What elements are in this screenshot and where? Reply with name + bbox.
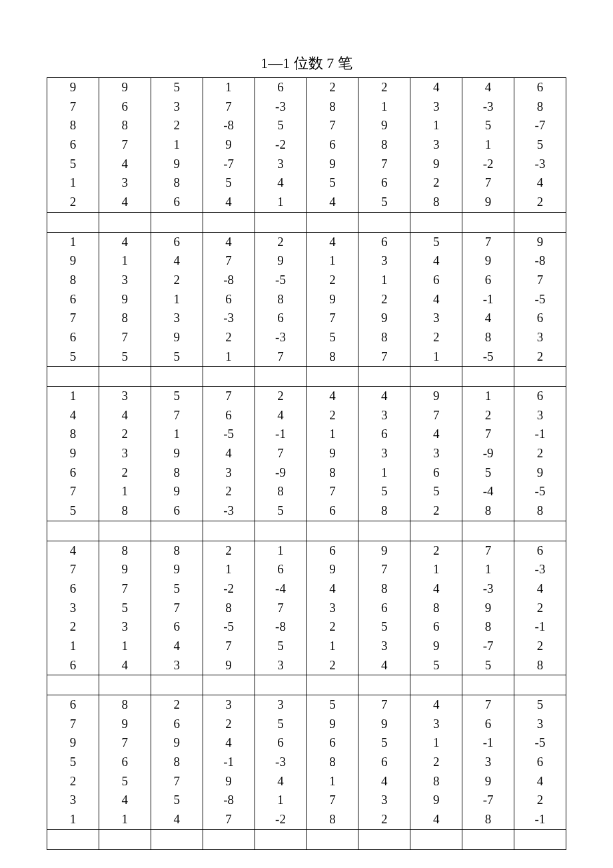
table-cell: 5 — [358, 617, 410, 637]
table-cell: 6 — [358, 753, 410, 772]
worksheet-table: 99516224467637-3813-38882-857915-76719-2… — [47, 77, 566, 850]
table-cell: 2 — [306, 406, 358, 425]
table-cell: 1 — [47, 810, 99, 829]
table-cell: 8 — [514, 501, 566, 521]
table-cell: -5 — [514, 733, 566, 753]
spacer-cell — [462, 829, 514, 849]
table-cell: -9 — [462, 444, 514, 463]
spacer-cell — [151, 675, 203, 695]
table-cell: 4 — [410, 290, 462, 309]
table-cell: 1 — [203, 347, 255, 367]
table-cell: 5 — [306, 695, 358, 715]
table-cell: 8 — [462, 617, 514, 637]
table-cell: 3 — [462, 753, 514, 772]
table-cell: 4 — [358, 772, 410, 791]
table-cell: 4 — [151, 251, 203, 271]
table-cell: 6 — [47, 656, 99, 675]
table-cell: 9 — [410, 387, 462, 406]
table-cell: 9 — [255, 251, 306, 271]
table-cell: 5 — [358, 193, 410, 212]
table-cell: 7 — [151, 772, 203, 791]
table-cell: 9 — [462, 772, 514, 791]
table-cell: 1 — [410, 347, 462, 367]
table-cell: 3 — [255, 656, 306, 675]
spacer-cell — [47, 212, 99, 232]
table-cell: 4 — [99, 155, 151, 174]
spacer-cell — [514, 212, 566, 232]
table-cell: 4 — [462, 309, 514, 328]
table-cell: 3 — [358, 406, 410, 425]
spacer-cell — [99, 212, 151, 232]
table-cell: 3 — [514, 328, 566, 347]
table-cell: 6 — [47, 328, 99, 347]
table-cell: 4 — [462, 78, 514, 97]
table-cell: 5 — [255, 501, 306, 521]
table-cell: 3 — [255, 695, 306, 715]
table-cell: 6 — [514, 753, 566, 772]
table-cell: 8 — [462, 810, 514, 829]
table-cell: 5 — [47, 155, 99, 174]
table-cell: 3 — [410, 309, 462, 328]
table-cell: 3 — [306, 599, 358, 618]
table-cell: 8 — [306, 97, 358, 117]
table-cell: 7 — [462, 232, 514, 251]
table-cell: 3 — [514, 406, 566, 425]
table-cell: 9 — [358, 116, 410, 135]
table-cell: 5 — [514, 135, 566, 155]
spacer-cell — [462, 367, 514, 387]
table-cell: 1 — [358, 271, 410, 290]
table-cell: -5 — [514, 482, 566, 501]
table-cell: -1 — [462, 290, 514, 309]
table-cell: 5 — [47, 347, 99, 367]
table-cell: 9 — [358, 715, 410, 734]
table-cell: 9 — [203, 656, 255, 675]
table-cell: 2 — [47, 617, 99, 637]
table-cell: 8 — [358, 501, 410, 521]
table-cell: 6 — [306, 733, 358, 753]
table-cell: 1 — [462, 560, 514, 579]
table-cell: 6 — [306, 541, 358, 560]
table-cell: -2 — [203, 579, 255, 599]
table-cell: -1 — [255, 425, 306, 444]
table-cell: 6 — [462, 271, 514, 290]
table-cell: 9 — [151, 482, 203, 501]
table-cell: -3 — [514, 560, 566, 579]
spacer-cell — [410, 521, 462, 541]
spacer-cell — [99, 675, 151, 695]
table-cell: 8 — [47, 116, 99, 135]
table-cell: -8 — [203, 116, 255, 135]
spacer-cell — [410, 829, 462, 849]
table-cell: 7 — [410, 406, 462, 425]
table-cell: 4 — [203, 444, 255, 463]
table-cell: 5 — [255, 116, 306, 135]
table-cell: 1 — [255, 791, 306, 810]
table-cell: 3 — [203, 695, 255, 715]
table-cell: 6 — [47, 135, 99, 155]
spacer-cell — [47, 829, 99, 849]
table-cell: 6 — [255, 78, 306, 97]
table-cell: 2 — [410, 501, 462, 521]
table-cell: 7 — [151, 406, 203, 425]
table-cell: 3 — [358, 791, 410, 810]
table-cell: 4 — [99, 791, 151, 810]
table-cell: 8 — [410, 599, 462, 618]
table-cell: 1 — [306, 772, 358, 791]
table-cell: 1 — [99, 810, 151, 829]
table-cell: 9 — [462, 599, 514, 618]
table-cell: 7 — [203, 251, 255, 271]
table-cell: -3 — [203, 309, 255, 328]
spacer-cell — [410, 367, 462, 387]
table-cell: 3 — [99, 387, 151, 406]
table-cell: 9 — [203, 135, 255, 155]
table-cell: 1 — [358, 463, 410, 483]
table-cell: 9 — [410, 791, 462, 810]
table-cell: 5 — [255, 637, 306, 656]
table-cell: 4 — [255, 173, 306, 193]
table-cell: 1 — [410, 733, 462, 753]
table-cell: 7 — [99, 579, 151, 599]
table-cell: 4 — [306, 232, 358, 251]
table-cell: 2 — [151, 116, 203, 135]
table-cell: 6 — [410, 271, 462, 290]
table-cell: 1 — [306, 637, 358, 656]
spacer-cell — [203, 367, 255, 387]
